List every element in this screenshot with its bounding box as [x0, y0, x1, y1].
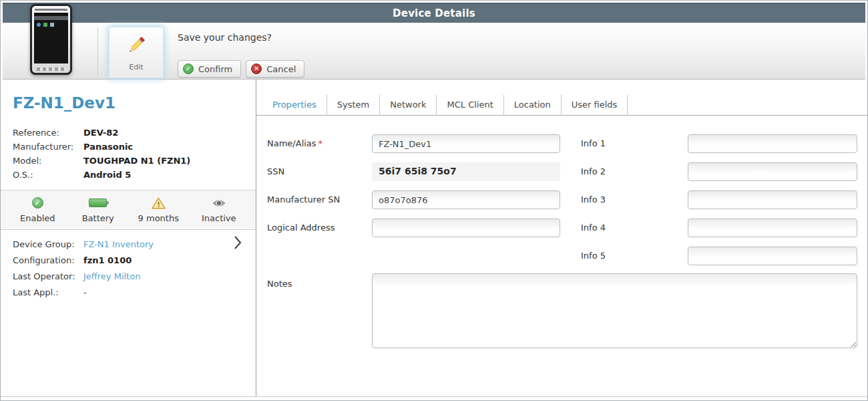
cancel-button-label: Cancel: [266, 64, 296, 74]
page-title: Device Details: [393, 7, 475, 19]
tab-properties[interactable]: Properties: [262, 95, 327, 115]
tab-system[interactable]: System: [327, 95, 380, 115]
manufacturer-sn-input[interactable]: [372, 190, 560, 209]
status-battery: Battery: [70, 197, 126, 223]
phone-screen: [34, 13, 68, 63]
info-4-input[interactable]: [688, 219, 857, 237]
warning-icon: [152, 197, 166, 209]
required-asterisk: *: [318, 138, 323, 148]
status-activity: Inactive: [191, 197, 247, 223]
info-3-label: Info 3: [581, 194, 606, 205]
notes-textarea[interactable]: [372, 273, 857, 348]
status-enabled: ✓ Enabled: [9, 197, 65, 223]
battery-icon: [89, 197, 107, 209]
info-5-label: Info 5: [581, 251, 606, 261]
info-2-label: Info 2: [581, 166, 606, 176]
name-alias-label: Name/Alias*: [267, 138, 322, 148]
info-2-input[interactable]: [688, 162, 857, 181]
logical-address-input[interactable]: [372, 219, 560, 237]
detail-row-os: O.S.: Android 5: [13, 170, 244, 180]
logical-address-label: Logical Address: [267, 223, 335, 233]
inactive-eye-icon: [212, 197, 226, 209]
status-warranty: 9 months: [130, 197, 186, 223]
device-meta-list: Device Group: FZ-N1 Inventory Configurat…: [13, 239, 244, 297]
pencil-icon: [125, 34, 148, 59]
device-details-list: Reference: DEV-82 Manufacturer: Panasoni…: [13, 128, 244, 180]
device-details-window: Device Details Edit Save your c: [0, 0, 868, 401]
info-1-input[interactable]: [688, 134, 857, 153]
meta-row-last-appl: Last Appl.: -: [13, 287, 244, 297]
confirm-cancel-row: ✓ Confirm ✕ Cancel: [178, 60, 304, 78]
detail-row-manufacturer: Manufacturer: Panasonic: [13, 142, 244, 152]
phone-brand-strip: [35, 9, 67, 11]
cancel-button[interactable]: ✕ Cancel: [246, 60, 304, 78]
notes-label: Notes: [267, 279, 292, 289]
device-photo: [30, 4, 72, 75]
chevron-right-icon[interactable]: [233, 235, 242, 253]
detail-row-model: Model: TOUGHPAD N1 (FZN1): [13, 156, 244, 166]
device-summary-panel: FZ-N1_Dev1 Reference: DEV-82 Manufacture…: [1, 80, 256, 396]
ssn-value: 56i7 65i8 75o7: [372, 162, 560, 181]
detail-row-reference: Reference: DEV-82: [13, 128, 244, 138]
edit-button[interactable]: Edit: [109, 27, 164, 78]
meta-row-last-operator: Last Operator: Jeffrey Milton: [13, 271, 244, 281]
confirm-button-label: Confirm: [198, 64, 232, 74]
bottom-divider: [1, 396, 867, 397]
titlebar: Device Details: [3, 3, 865, 23]
meta-row-configuration: Configuration: fzn1 0100: [13, 255, 244, 265]
tab-user-fields[interactable]: User fields: [562, 95, 628, 115]
edit-button-label: Edit: [129, 63, 143, 72]
enabled-check-icon: ✓: [32, 197, 43, 209]
device-properties-panel: Properties System Network MCL Client Loc…: [256, 80, 868, 396]
last-operator-link[interactable]: Jeffrey Milton: [83, 271, 140, 281]
device-name-heading: FZ-N1_Dev1: [13, 94, 244, 112]
device-group-link[interactable]: FZ-N1 Inventory: [83, 239, 154, 249]
tab-location[interactable]: Location: [504, 95, 562, 115]
tab-bar-underline: [256, 115, 868, 116]
cancel-x-icon: ✕: [251, 63, 262, 74]
meta-row-device-group: Device Group: FZ-N1 Inventory: [13, 239, 244, 249]
info-3-input[interactable]: [688, 190, 857, 209]
manufacturer-sn-label: Manufacturer SN: [267, 194, 340, 205]
confirm-check-icon: ✓: [183, 63, 194, 74]
phone-keys: [37, 68, 65, 71]
save-prompt: Save your changes?: [178, 32, 272, 43]
info-4-label: Info 4: [581, 223, 606, 233]
status-band: ✓ Enabled Battery 9 months: [1, 190, 256, 230]
ssn-label: SSN: [267, 166, 284, 176]
tab-bar: Properties System Network MCL Client Loc…: [262, 95, 628, 115]
tab-network[interactable]: Network: [380, 95, 437, 115]
toolbar-separator: [97, 28, 98, 75]
tab-mcl-client[interactable]: MCL Client: [437, 95, 503, 115]
confirm-button[interactable]: ✓ Confirm: [178, 60, 241, 78]
phone-appbar: [34, 16, 68, 20]
info-1-label: Info 1: [581, 138, 606, 148]
toolbar: Edit Save your changes? ✓ Confirm ✕ Canc…: [3, 23, 865, 80]
name-alias-input[interactable]: [372, 134, 560, 153]
info-5-input[interactable]: [688, 247, 857, 265]
